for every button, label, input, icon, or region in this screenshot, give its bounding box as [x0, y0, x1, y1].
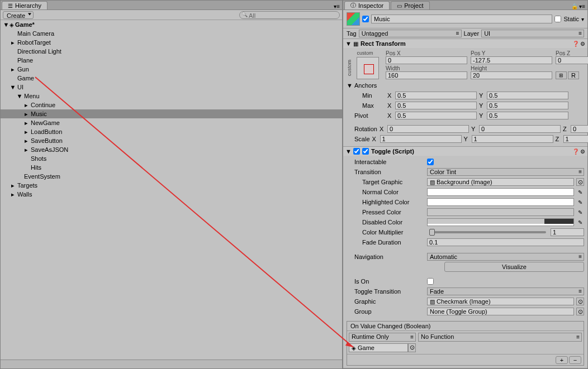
eyedropper-icon[interactable]: ✎: [576, 199, 584, 205]
tree-item[interactable]: ▸LoadButton: [1, 127, 342, 136]
navigation-dropdown[interactable]: Automatic: [427, 253, 584, 261]
pressed-color-swatch[interactable]: [427, 208, 574, 216]
tree-item[interactable]: Hits: [1, 163, 342, 172]
height-input[interactable]: [471, 71, 552, 79]
normal-color-swatch[interactable]: [427, 188, 574, 196]
static-checkbox[interactable]: [554, 16, 561, 22]
group-field[interactable]: None (Toggle Group): [427, 308, 574, 315]
tree-item[interactable]: Shots: [1, 154, 342, 163]
tree-item[interactable]: ▸RobotTarget: [1, 38, 342, 47]
tree-item[interactable]: ▸Walls: [1, 190, 342, 199]
scale-z-input[interactable]: [563, 135, 588, 143]
object-picker-button[interactable]: ⊙: [576, 178, 584, 186]
anchor-max-x-input[interactable]: [395, 102, 477, 109]
ison-checkbox[interactable]: [427, 278, 434, 285]
hierarchy-search[interactable]: All: [239, 11, 340, 19]
panel-menu-icon[interactable]: ▾≡: [579, 3, 585, 9]
tree-item[interactable]: Game: [1, 74, 342, 83]
anchor-preset-button[interactable]: [357, 57, 379, 79]
tree-item[interactable]: ▸SaveButton: [1, 136, 342, 145]
anchor-min-x-input[interactable]: [395, 92, 477, 99]
pivot-y-input[interactable]: [487, 112, 568, 119]
scale-x-input[interactable]: [380, 135, 462, 143]
panel-menu-icon[interactable]: ▾≡: [334, 3, 340, 9]
tag-dropdown[interactable]: Untagged: [359, 30, 462, 37]
event-remove-button[interactable]: −: [569, 356, 581, 364]
graphic-field[interactable]: ▨Checkmark (Image): [427, 298, 574, 305]
disabled-color-swatch[interactable]: [427, 218, 574, 226]
help-icon[interactable]: ❓: [572, 148, 579, 155]
event-runtime-dropdown[interactable]: Runtime Only: [349, 333, 416, 342]
highlighted-color-swatch[interactable]: [427, 198, 574, 206]
foldout-icon[interactable]: ▸: [10, 39, 16, 46]
tree-item[interactable]: Directional Light: [1, 47, 342, 56]
tree-item[interactable]: Plane: [1, 56, 342, 65]
gameobject-active-checkbox[interactable]: [362, 16, 369, 22]
gameobject-icon[interactable]: [347, 12, 360, 26]
multiplier-input[interactable]: [551, 228, 584, 236]
tree-item[interactable]: Main Camera: [1, 29, 342, 38]
interactable-checkbox[interactable]: [427, 159, 434, 165]
foldout-icon[interactable]: ▼: [10, 84, 16, 90]
tree-item[interactable]: ▸Continue: [1, 100, 342, 109]
lock-icon[interactable]: 🔒: [571, 3, 578, 9]
project-tab[interactable]: ▭ Project: [391, 1, 429, 9]
object-picker-button[interactable]: ⊙: [408, 343, 416, 352]
static-dropdown-icon[interactable]: ▾: [581, 16, 584, 22]
fade-input[interactable]: [427, 238, 584, 246]
inspector-tab[interactable]: ⓘ Inspector: [344, 1, 390, 9]
rot-x-input[interactable]: [387, 125, 469, 133]
foldout-icon[interactable]: ▸: [23, 128, 30, 136]
gear-icon[interactable]: ⚙: [580, 41, 585, 47]
eyedropper-icon[interactable]: ✎: [576, 219, 584, 226]
hierarchy-tab[interactable]: ☰ Hierarchy: [2, 1, 48, 9]
eyedropper-icon[interactable]: ✎: [576, 189, 584, 195]
posy-input[interactable]: [471, 56, 552, 64]
event-function-dropdown[interactable]: No Function: [418, 333, 582, 342]
target-graphic-field[interactable]: ▨Background (Image): [427, 178, 574, 186]
create-dropdown[interactable]: Create: [3, 11, 34, 19]
foldout-icon[interactable]: ▼: [345, 40, 351, 47]
layer-dropdown[interactable]: UI: [481, 30, 584, 37]
anchor-min-y-input[interactable]: [487, 92, 568, 99]
scale-y-input[interactable]: [472, 135, 553, 143]
visualize-button[interactable]: Visualize: [444, 262, 584, 272]
foldout-icon[interactable]: ▸: [23, 146, 30, 154]
tree-item[interactable]: ▸Targets: [1, 181, 342, 190]
tree-item[interactable]: ▸Music: [1, 109, 342, 118]
tree-item[interactable]: ▼Menu: [1, 92, 342, 100]
tree-item[interactable]: ▸NewGame: [1, 118, 342, 127]
multiplier-slider[interactable]: [429, 231, 546, 233]
blueprint-button[interactable]: ⊞: [556, 71, 567, 79]
eyedropper-icon[interactable]: ✎: [576, 209, 584, 215]
foldout-icon[interactable]: ▼: [347, 82, 352, 89]
foldout-icon[interactable]: ▸: [10, 182, 16, 189]
posx-input[interactable]: [386, 56, 467, 64]
object-picker-button[interactable]: ⊙: [576, 298, 584, 305]
foldout-icon[interactable]: ▼: [3, 21, 10, 28]
gear-icon[interactable]: ⚙: [580, 148, 585, 155]
foldout-icon[interactable]: ▸: [10, 66, 16, 73]
component-enabled-checkbox[interactable]: [353, 148, 360, 155]
foldout-icon[interactable]: ▸: [23, 119, 30, 127]
rot-y-input[interactable]: [479, 125, 561, 133]
foldout-icon[interactable]: ▸: [10, 191, 16, 198]
foldout-icon[interactable]: ▸: [23, 137, 30, 145]
foldout-icon[interactable]: ▼: [345, 148, 351, 155]
tree-item[interactable]: ▸Gun: [1, 65, 342, 74]
tree-item[interactable]: EventSystem: [1, 172, 342, 181]
toggle-transition-dropdown[interactable]: Fade: [427, 287, 584, 295]
raw-edit-button[interactable]: R: [568, 71, 579, 79]
help-icon[interactable]: ❓: [572, 41, 579, 47]
anchor-max-y-input[interactable]: [487, 102, 568, 109]
event-target-field[interactable]: ◈Game: [349, 343, 408, 352]
width-input[interactable]: [386, 71, 467, 79]
tree-root[interactable]: ▼ ◈ Game*: [1, 20, 342, 29]
pivot-x-input[interactable]: [395, 112, 477, 119]
transition-dropdown[interactable]: Color Tint: [427, 168, 584, 176]
object-picker-button[interactable]: ⊙: [576, 308, 584, 315]
gameobject-name-input[interactable]: [371, 15, 552, 23]
event-add-button[interactable]: +: [556, 356, 568, 364]
tree-item[interactable]: ▼UI: [1, 83, 342, 92]
foldout-icon[interactable]: ▸: [23, 111, 30, 118]
